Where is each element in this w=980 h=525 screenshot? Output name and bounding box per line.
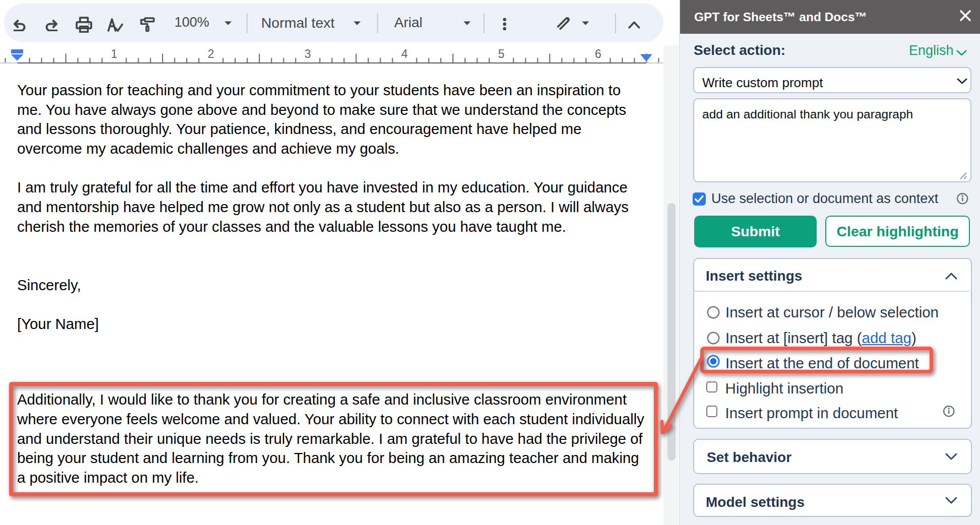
- svg-text:3: 3: [304, 47, 311, 60]
- svg-text:4: 4: [401, 47, 408, 60]
- svg-text:1: 1: [111, 47, 117, 60]
- svg-text:2: 2: [208, 47, 214, 60]
- svg-text:6: 6: [595, 47, 601, 60]
- svg-text:5: 5: [498, 47, 505, 60]
